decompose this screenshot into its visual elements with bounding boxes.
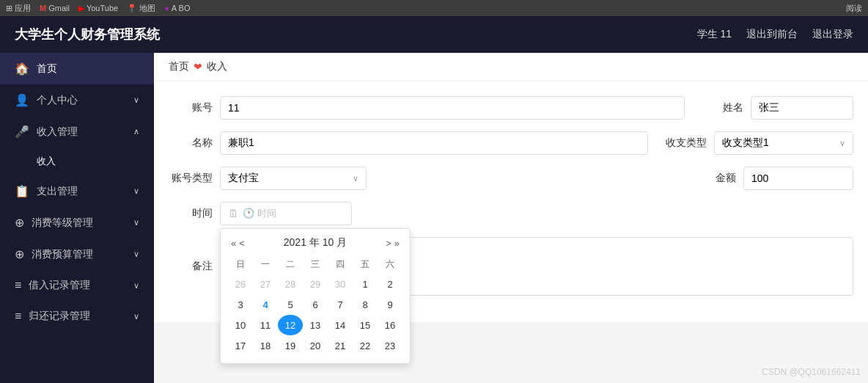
sidebar-item-consumption[interactable]: ⊕ 消费等级管理 ∨ [0,207,154,238]
app-apps[interactable]: ⊞ 应用 [6,3,31,14]
calendar-day-cell[interactable]: 18 [253,335,278,356]
calendar-grid: 日一二三四五六 26272829301234567891011121314151… [228,255,402,356]
breadcrumb-home[interactable]: 首页 [169,60,189,73]
calendar-day-cell[interactable]: 27 [253,274,278,294]
sidebar-sub-income[interactable]: 收入 [0,147,154,175]
date-input[interactable]: 🗓 🕐 时间 [220,202,352,225]
date-placeholder: 🕐 时间 [243,207,276,220]
sidebar-item-expense-left: 📋 支出管理 [15,184,78,198]
sidebar-item-budget-left: ⊕ 消费预算管理 [15,247,93,261]
apps-label: 应用 [15,3,31,14]
sidebar-item-income[interactable]: 🎤 收入管理 ∧ [0,116,154,147]
header-right: 学生 11 退出到前台 退出登录 [697,28,853,41]
account-type-arrow-icon: ∨ [353,174,358,183]
browser-bar-right: 阅读 [846,3,862,14]
form-area: 账号 姓名 名称 收支类型 收支类型1 ∨ [154,81,868,322]
calendar-week-row: 17181920212223 [228,335,402,356]
prev-nav[interactable]: < [239,238,245,249]
borrow-arrow-icon: ∨ [133,281,139,291]
app-bo[interactable]: ● A BO [164,4,190,12]
map-icon: 📍 [127,4,137,13]
gmail-label: Gmail [48,4,70,12]
calendar-weekday-header: 三 [303,255,328,274]
form-group-type: 收支类型 收支类型1 ∨ [663,131,853,155]
app-youtube[interactable]: ▶ YouTube [78,4,118,13]
calendar-day-cell[interactable]: 15 [353,315,378,335]
calendar-day-cell[interactable]: 7 [328,294,353,315]
calendar-day-cell[interactable]: 26 [228,274,253,294]
calendar-day-cell[interactable]: 28 [278,274,303,294]
account-type-value: 支付宝 [228,172,259,185]
account-label: 账号 [169,101,213,114]
sidebar-profile-label: 个人中心 [37,94,78,107]
calendar-day-cell[interactable]: 13 [303,315,328,335]
expense-icon: 📋 [15,184,29,198]
calendar-day-cell[interactable]: 30 [328,274,353,294]
next-nav[interactable]: > [386,238,391,249]
sidebar-item-profile[interactable]: 👤 个人中心 ∨ [0,84,154,116]
note-label: 备注 [169,260,213,273]
consumption-icon: ⊕ [15,216,24,230]
calendar-day-cell[interactable]: 16 [378,315,402,335]
sidebar-return-label: 归还记录管理 [29,310,90,323]
read-mode-label[interactable]: 阅读 [846,3,862,14]
sidebar-item-return[interactable]: ≡ 归还记录管理 ∨ [0,301,154,332]
calendar-day-cell[interactable]: 14 [328,315,353,335]
sidebar-item-home[interactable]: 🏠 首页 [0,53,154,84]
calendar-day-cell[interactable]: 3 [228,294,253,315]
prev-prev-nav[interactable]: « [231,238,236,249]
account-input[interactable] [220,96,685,120]
calendar-day-cell[interactable]: 1 [353,274,378,294]
calendar-day-cell[interactable]: 22 [353,335,378,356]
calendar-day-cell[interactable]: 9 [378,294,402,315]
title-label: 名称 [169,136,213,150]
budget-icon: ⊕ [15,247,24,261]
sidebar-item-budget[interactable]: ⊕ 消费预算管理 ∨ [0,238,154,270]
calendar-day-cell[interactable]: 11 [253,315,278,335]
sidebar-budget-label: 消费预算管理 [32,248,93,261]
name-input[interactable] [751,96,853,120]
calendar-day-cell[interactable]: 12 [278,315,303,335]
breadcrumb-current: 收入 [207,60,227,73]
calendar-day-cell[interactable]: 23 [378,335,402,356]
calendar-day-cell[interactable]: 4 [253,294,278,315]
title-input[interactable] [220,131,648,155]
calendar-day-cell[interactable]: 8 [353,294,378,315]
calendar-title: 2021 年 10 月 [284,236,347,249]
sidebar-item-expense[interactable]: 📋 支出管理 ∨ [0,175,154,207]
bo-label: A BO [172,4,191,12]
calendar-day-cell[interactable]: 10 [228,315,253,335]
form-group-title: 名称 [169,131,648,155]
form-group-account-type: 账号类型 支付宝 ∨ [169,167,677,190]
apps-icon: ⊞ [6,4,12,13]
calendar-day-cell[interactable]: 5 [278,294,303,315]
calendar-icon: 🗓 [228,208,238,219]
sidebar-home-label: 首页 [37,62,57,76]
calendar-day-cell[interactable]: 29 [303,274,328,294]
app-gmail[interactable]: M Gmail [40,4,70,12]
calendar-day-cell[interactable]: 2 [378,274,402,294]
watermark: CSDN @QQ1061662411 [762,367,861,377]
next-next-nav[interactable]: » [394,238,400,249]
form-group-amount: 金额 [692,167,853,190]
logout-button[interactable]: 退出登录 [812,28,853,41]
calendar-day-cell[interactable]: 17 [228,335,253,356]
calendar-day-cell[interactable]: 19 [278,335,303,356]
app-map[interactable]: 📍 地图 [127,3,155,14]
calendar-header: « < 2021 年 10 月 > » [228,236,402,249]
account-type-select[interactable]: 支付宝 ∨ [220,167,367,190]
youtube-icon: ▶ [78,4,84,13]
youtube-label: YouTube [87,4,118,12]
amount-input[interactable] [743,167,853,190]
profile-icon: 👤 [15,93,29,107]
calendar-day-cell[interactable]: 21 [328,335,353,356]
type-select[interactable]: 收支类型1 ∨ [714,131,853,155]
back-button[interactable]: 退出到前台 [746,28,798,41]
sidebar-item-borrow[interactable]: ≡ 借入记录管理 ∨ [0,270,154,301]
calendar-header-row: 日一二三四五六 [228,255,402,274]
calendar-weekday-header: 一 [253,255,278,274]
calendar-day-cell[interactable]: 6 [303,294,328,315]
calendar-day-cell[interactable]: 20 [303,335,328,356]
browser-bar: ⊞ 应用 M Gmail ▶ YouTube 📍 地图 ● A BO 阅读 [0,0,868,16]
return-icon: ≡ [15,310,21,323]
